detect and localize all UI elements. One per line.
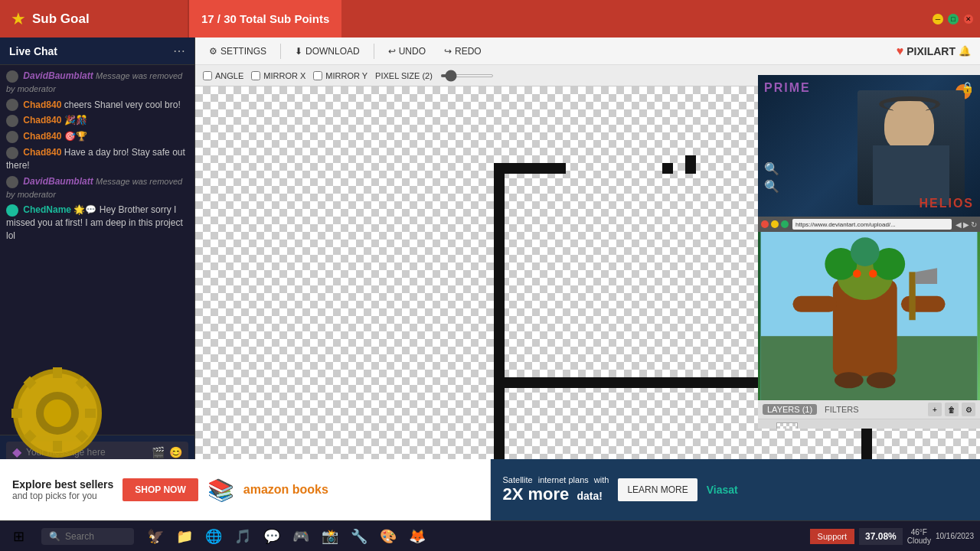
sub-goal-progress: 17 / 30 Total Sub Points xyxy=(188,0,341,37)
bell-icon[interactable]: 🔔 xyxy=(959,45,971,57)
star-icon: ★ xyxy=(11,9,26,29)
chat-message-7: ChedName 🌟💬 Hey Brother sorry I missed y… xyxy=(6,204,188,242)
svg-rect-5 xyxy=(505,163,566,174)
separator xyxy=(280,44,281,59)
main-content: Live Chat ⋯ DavidBaumblatt Message was r… xyxy=(0,37,980,490)
svg-point-39 xyxy=(44,399,71,427)
username: Chad840 xyxy=(23,147,61,158)
angle-option[interactable]: ANGLE xyxy=(203,71,243,80)
chat-title: Live Chat xyxy=(9,45,57,57)
message-text: 🎯🏆 xyxy=(64,131,87,142)
svg-point-24 xyxy=(853,269,861,277)
taskbar-app-8[interactable]: 🔧 xyxy=(345,523,373,550)
viasat-logo: Viasat xyxy=(707,484,738,496)
layer-visibility-icon[interactable]: 👁 xyxy=(763,428,772,429)
username: ChedName xyxy=(23,204,71,215)
pixel-char-overlay xyxy=(4,360,115,459)
chat-settings-icon[interactable]: ⋯ xyxy=(173,44,185,58)
mirror-y-checkbox[interactable] xyxy=(313,71,322,80)
layers-section: LAYERS (1) FILTERS + 🗑 ⚙ 👁 BACKGROUND 🔒 … xyxy=(758,400,980,429)
ads-row: Explore best sellers and top picks for y… xyxy=(0,459,980,520)
chat-message-2: Chad840 cheers Shanel very cool bro! xyxy=(6,99,188,112)
layer-thumbnail xyxy=(776,422,798,429)
taskbar-app-6[interactable]: 🎮 xyxy=(287,523,315,550)
layers-tab[interactable]: LAYERS (1) xyxy=(763,404,817,415)
windows-icon: ⊞ xyxy=(13,528,24,545)
reference-window: https://www.deviantart.com/upload/... ◀ … xyxy=(758,217,980,400)
taskbar-app-7[interactable]: 📸 xyxy=(316,523,344,550)
learn-more-button[interactable]: LEARN MORE xyxy=(618,478,697,501)
sub-goal-title: Sub Goal xyxy=(32,11,90,27)
taskbar-search[interactable]: 🔍 xyxy=(41,528,134,545)
ref-close-button[interactable] xyxy=(761,220,769,228)
mirror-x-option[interactable]: MIRROR X xyxy=(251,71,305,80)
lock-icon[interactable]: 🔒 xyxy=(961,81,974,93)
svg-point-26 xyxy=(835,372,864,388)
taskbar-app-4[interactable]: 🎵 xyxy=(229,523,256,550)
svg-rect-6 xyxy=(662,163,673,174)
taskbar-app-2[interactable]: 📁 xyxy=(171,523,198,550)
layer-lock-icon[interactable]: 🔒 xyxy=(956,429,966,429)
weather-condition: Cloudy xyxy=(907,536,931,545)
svg-rect-33 xyxy=(85,409,96,418)
svg-rect-21 xyxy=(901,296,946,312)
taskbar-app-9[interactable]: 🎨 xyxy=(374,523,402,550)
amazon-subtext: and top picks for you xyxy=(12,491,113,501)
pixel-size-slider[interactable] xyxy=(440,74,494,77)
ref-maximize-button[interactable] xyxy=(781,220,789,228)
svg-rect-20 xyxy=(792,296,837,312)
emoji-icon[interactable]: 😊 xyxy=(169,446,182,458)
search-input[interactable] xyxy=(65,531,126,542)
svg-rect-31 xyxy=(53,441,62,452)
taskbar-app-1[interactable]: 🦅 xyxy=(142,523,169,550)
start-button[interactable]: ⊞ xyxy=(0,521,37,552)
support-button[interactable]: Support xyxy=(810,529,855,544)
viasat-highlight: 2X more data! xyxy=(503,484,609,504)
gif-icon[interactable]: 🎬 xyxy=(152,446,165,458)
viasat-ad: Satellite internet plans with 2X more da… xyxy=(491,459,981,520)
top-bar: ★ Sub Goal 17 / 30 Total Sub Points ─ □ … xyxy=(0,0,980,37)
zoom-out-icon[interactable]: 🔍 xyxy=(764,179,779,194)
download-button[interactable]: ⬇ DOWNLOAD xyxy=(290,44,364,58)
taskbar-app-icons: 🦅 📁 🌐 🎵 💬 🎮 📸 🔧 🎨 🦊 xyxy=(139,523,434,550)
amazon-headline: Explore best sellers xyxy=(12,478,113,491)
streamer-frame xyxy=(858,90,965,205)
mirror-y-option[interactable]: MIRROR Y xyxy=(313,71,368,80)
maximize-button[interactable]: □ xyxy=(948,14,959,24)
settings-button[interactable]: ⚙ SETTINGS xyxy=(204,44,271,58)
nav-back-icon[interactable]: ◀ xyxy=(956,220,962,229)
separator xyxy=(374,44,374,59)
close-button[interactable]: ✕ xyxy=(963,14,974,24)
taskbar-app-10[interactable]: 🦊 xyxy=(403,523,431,550)
username: Chad840 xyxy=(23,115,61,126)
ref-minimize-button[interactable] xyxy=(771,220,779,228)
nav-forward-icon[interactable]: ▶ xyxy=(963,220,969,229)
chat-message-4: Chad840 🎯🏆 xyxy=(6,130,188,143)
layer-delete-icon[interactable]: 🗑 xyxy=(945,403,959,416)
avatar xyxy=(6,176,18,188)
nav-refresh-icon[interactable]: ↻ xyxy=(971,220,977,229)
zoom-in-icon[interactable]: 🔍 xyxy=(764,161,779,176)
taskbar-tray: Support 37.08% 46°F Cloudy 10/16/2023 xyxy=(804,528,980,545)
viasat-headline: Satellite internet plans with xyxy=(503,475,609,484)
avatar xyxy=(6,147,18,159)
layer-options-icon[interactable]: ⚙ xyxy=(962,403,975,416)
avatar xyxy=(6,204,18,217)
sub-goal-section: ★ Sub Goal xyxy=(0,9,188,29)
angle-checkbox[interactable] xyxy=(203,71,212,80)
filters-tab[interactable]: FILTERS xyxy=(820,404,863,415)
zoom-controls: 🔍 🔍 xyxy=(764,161,779,194)
ref-url-bar[interactable]: https://www.deviantart.com/upload/... xyxy=(792,219,952,230)
mirror-x-checkbox[interactable] xyxy=(251,71,260,80)
undo-button[interactable]: ↩ UNDO xyxy=(384,44,430,58)
minimize-button[interactable]: ─ xyxy=(933,14,943,24)
message-text: 🎉🎊 xyxy=(64,115,87,126)
pixel-size-option[interactable]: PIXEL SIZE (2) xyxy=(375,71,433,80)
shop-now-button[interactable]: SHOP NOW xyxy=(122,478,198,501)
taskbar-app-3[interactable]: 🌐 xyxy=(200,523,227,550)
taskbar-app-5[interactable]: 💬 xyxy=(258,523,286,550)
redo-button[interactable]: ↪ REDO xyxy=(439,44,486,58)
layer-add-icon[interactable]: + xyxy=(928,403,942,416)
avatar xyxy=(6,70,18,83)
svg-rect-11 xyxy=(494,377,505,469)
